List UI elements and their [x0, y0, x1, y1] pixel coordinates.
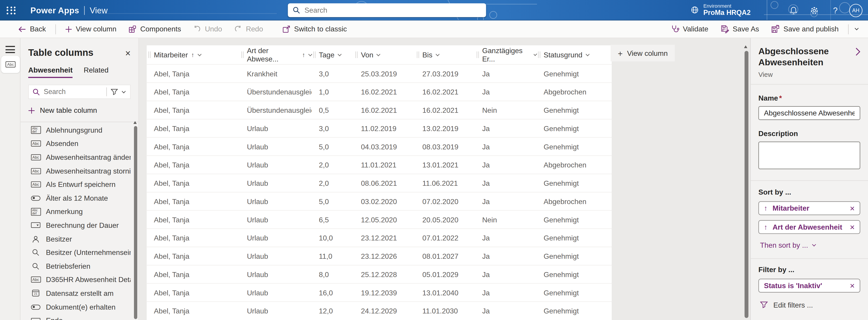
grid-row[interactable]: Abel, TanjaÜberstundenausgleich1,016.02.… — [147, 82, 612, 101]
notifications-button[interactable] — [786, 0, 801, 21]
add-view-column-button[interactable]: + View column — [611, 45, 675, 61]
column-drag-handle-icon[interactable] — [477, 51, 479, 58]
brand-title[interactable]: Power Apps — [31, 5, 80, 15]
list-scrollbar[interactable] — [133, 121, 137, 320]
column-list-item[interactable]: AbcD365HR Abwesenheit Detail Guid — [28, 273, 131, 287]
grid-cell: 08.01.2027 — [415, 252, 475, 260]
grid-row[interactable]: Abel, TanjaUrlaub2,008.06.202111.06.2021… — [147, 174, 612, 192]
grid-row[interactable]: Abel, TanjaUrlaub5,003.02.202007.02.2020… — [147, 192, 612, 210]
components-label: Components — [140, 25, 181, 33]
column-menu-chevron-icon[interactable] — [436, 52, 439, 56]
grid-row[interactable]: Abel, TanjaUrlaub3,011.02.201913.02.2019… — [147, 119, 612, 137]
global-search[interactable] — [288, 3, 486, 17]
column-list-item[interactable]: AbcAbwesenheitsantrag stornieren — [28, 164, 131, 178]
remove-icon[interactable]: × — [850, 204, 855, 212]
column-drag-handle-icon[interactable] — [313, 51, 316, 58]
column-search-input[interactable] — [44, 88, 102, 96]
column-search[interactable] — [28, 84, 131, 99]
global-search-input[interactable] — [305, 6, 481, 14]
filter-icon[interactable] — [111, 88, 118, 95]
column-list-item[interactable]: Ende — [28, 314, 131, 320]
column-list-item[interactable]: AbcdefAblehnungsgrund — [28, 123, 131, 137]
grid-column-header[interactable]: Statusgrund — [536, 45, 612, 64]
grid-column-header[interactable]: Bis — [415, 45, 475, 64]
column-list-item[interactable]: Betriebsferien — [28, 259, 131, 273]
view-name-input[interactable] — [758, 106, 860, 120]
column-drag-handle-icon[interactable] — [148, 51, 151, 58]
grid-column-header[interactable]: Von — [354, 45, 415, 64]
collapse-panel-icon[interactable] — [855, 47, 860, 56]
grid-row[interactable]: Abel, TanjaÜberstundenausgleich0,516.02.… — [147, 101, 612, 119]
column-menu-chevron-icon[interactable] — [586, 52, 590, 56]
column-list-item[interactable]: AbcAls Entwurf speichern — [28, 178, 131, 191]
environment-picker[interactable]: Environment ProMa HRQA2 — [690, 4, 751, 17]
redo-button[interactable]: Redo — [228, 20, 269, 38]
save-as-button[interactable]: Save As — [714, 20, 765, 38]
grid-row[interactable]: Abel, TanjaUrlaub6,512.05.202020.05.2020… — [147, 210, 612, 228]
column-list-item[interactable]: Dokument(e) erhalten — [28, 300, 131, 314]
canvas-scrollbar[interactable] — [744, 45, 749, 320]
column-list-item[interactable]: Berechnung der Dauer — [28, 218, 131, 232]
grid-column-header[interactable]: Art der Abwese...↑ — [240, 45, 312, 64]
tab-related[interactable]: Related — [84, 66, 108, 78]
grid-row[interactable]: Abel, TanjaUrlaub11,023.12.202608.01.202… — [147, 247, 612, 265]
sort-pill[interactable]: ↑Art der Abwesenheit× — [758, 220, 860, 234]
column-menu-chevron-icon[interactable] — [338, 52, 342, 56]
column-menu-chevron-icon[interactable] — [377, 52, 380, 56]
app-launcher-icon[interactable] — [6, 6, 16, 14]
column-list-item[interactable]: 21Datensatz erstellt am — [28, 287, 131, 300]
validate-button[interactable]: Validate — [664, 20, 714, 38]
back-button[interactable]: Back — [12, 20, 52, 38]
column-drag-handle-icon[interactable] — [355, 51, 358, 58]
filter-pill[interactable]: Status is 'Inaktiv'× — [758, 279, 860, 292]
more-commands-button[interactable] — [852, 20, 862, 38]
scrollbar-thumb[interactable] — [134, 126, 137, 319]
help-button[interactable]: ? — [828, 0, 843, 21]
remove-icon[interactable]: × — [850, 282, 855, 290]
column-drag-handle-icon[interactable] — [241, 51, 244, 58]
grid-column-header[interactable]: Ganztägiges Er... — [475, 45, 536, 64]
column-drag-handle-icon[interactable] — [417, 51, 419, 58]
save-and-publish-button[interactable]: Save and publish — [765, 20, 845, 38]
grid-column-header[interactable]: Tage — [312, 45, 354, 64]
left-rail: Abc — [0, 38, 21, 320]
account-avatar[interactable]: AH — [849, 4, 863, 17]
new-table-column-button[interactable]: New table column — [28, 106, 97, 115]
view-column-button[interactable]: View column — [59, 20, 123, 38]
chevron-down-icon[interactable] — [122, 89, 126, 93]
switch-to-classic-button[interactable]: Switch to classic — [276, 20, 353, 38]
edit-filters-button[interactable]: Edit filters ... — [758, 301, 813, 309]
close-panel-icon[interactable]: × — [125, 48, 130, 58]
hamburger-menu-icon[interactable] — [5, 46, 15, 55]
scroll-up-icon[interactable] — [744, 45, 747, 48]
grid-column-header[interactable]: Mitarbeiter↑ — [147, 45, 240, 64]
column-list-item[interactable]: Besitzer (Unternehmenseinheit) — [28, 246, 131, 259]
scrollbar-thumb[interactable] — [744, 51, 748, 318]
view-description-input[interactable] — [758, 141, 860, 169]
grid-row[interactable]: Abel, TanjaUrlaub16,019.12.203913.01.204… — [147, 283, 612, 301]
column-list-item[interactable]: AbcAbsenden — [28, 137, 131, 150]
settings-button[interactable] — [807, 0, 822, 21]
grid-row[interactable]: Abel, TanjaUrlaub2,011.01.202113.01.2021… — [147, 155, 612, 174]
column-list-item[interactable]: AbcAbwesenheitsantrag ändern — [28, 150, 131, 164]
column-drag-handle-icon[interactable] — [538, 51, 540, 58]
grid-row[interactable]: Abel, TanjaUrlaub10,023.12.202107.01.202… — [147, 228, 612, 247]
grid-cell: Ja — [475, 288, 536, 297]
components-button[interactable]: Components — [123, 20, 187, 38]
column-menu-chevron-icon[interactable] — [197, 52, 202, 56]
grid-row[interactable]: Abel, TanjaUrlaub8,025.12.202805.01.2029… — [147, 265, 612, 283]
column-list-item[interactable]: AbcdefAnmerkung — [28, 205, 131, 218]
grid-row[interactable]: Abel, TanjaKrankheit3,025.03.201927.03.2… — [147, 64, 612, 82]
rail-item-table-columns[interactable]: Abc — [1, 56, 20, 73]
scroll-up-icon[interactable] — [133, 121, 137, 124]
grid-body: Abel, TanjaKrankheit3,025.03.201927.03.2… — [147, 64, 612, 320]
tab-abwesenheit[interactable]: Abwesenheit — [28, 66, 73, 78]
grid-row[interactable]: Abel, TanjaUrlaub5,004.03.201908.03.2019… — [147, 137, 612, 155]
sort-pill[interactable]: ↑Mitarbeiter× — [758, 201, 860, 215]
grid-row[interactable]: Abel, TanjaUrlaub12,024.12.202911.01.203… — [147, 301, 612, 320]
undo-button[interactable]: Undo — [187, 20, 228, 38]
remove-icon[interactable]: × — [850, 223, 855, 231]
then-sort-by-button[interactable]: Then sort by ... — [758, 241, 815, 249]
column-list-item[interactable]: Besitzer — [28, 232, 131, 246]
column-list-item[interactable]: Älter als 12 Monate — [28, 191, 131, 205]
